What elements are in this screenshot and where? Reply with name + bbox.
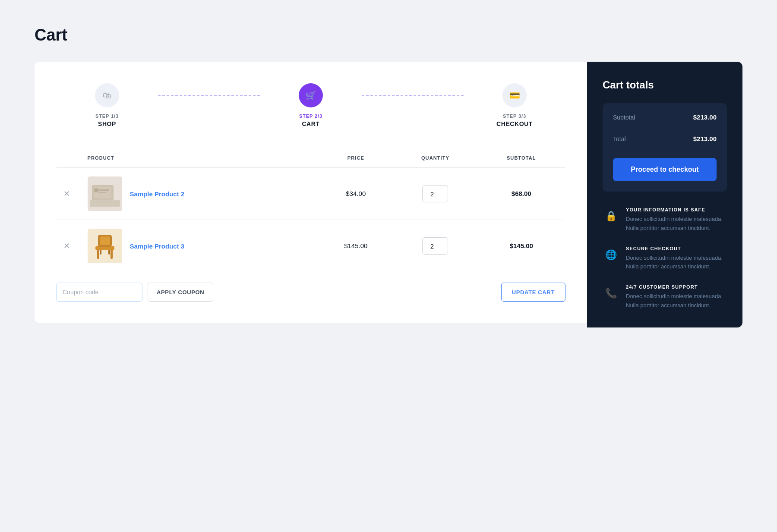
trust-item-safe: 🔒 YOUR INFORMATION IS SAFE Donec sollici… [603,207,727,233]
subtotal-1: $68.00 [512,190,531,197]
step-circle-cart: 🛒 [299,83,323,107]
quantity-input-1[interactable] [422,185,448,202]
step-connector-1 [158,95,260,96]
phone-icon: 📞 [603,285,619,302]
table-row: ✕ [57,220,565,272]
subtotal-cell-2: $145.00 [478,220,565,272]
update-cart-button[interactable]: UPDATE CART [501,283,565,302]
step-label-shop: SHOP [98,120,116,127]
coupon-row: APPLY COUPON UPDATE CART [56,283,565,302]
cart-table: PRODUCT PRICE QUANTITY SUBTOTAL ✕ [56,148,565,272]
price-cell-2: $145.00 [319,220,393,272]
trust-title-secure: SECURE CHECKOUT [626,246,727,251]
trust-content-safe: YOUR INFORMATION IS SAFE Donec sollicitu… [626,207,727,233]
product-cell-1: Sample Product 2 [82,168,319,220]
step-shop: 🛍 STEP 1/3 SHOP [56,83,158,127]
steps-container: 🛍 STEP 1/3 SHOP 🛒 STEP 2/3 CART 💳 ST [56,83,565,127]
remove-button-1[interactable]: ✕ [62,187,72,200]
globe-icon: 🌐 [603,247,619,263]
step-cart: 🛒 STEP 2/3 CART [260,83,362,127]
subtotal-2: $145.00 [510,242,533,249]
product-name-1[interactable]: Sample Product 2 [130,190,185,198]
coupon-left: APPLY COUPON [56,283,213,302]
svg-rect-8 [97,249,99,259]
trust-desc-secure: Donec sollicitudin molestie malesuada. N… [626,254,727,272]
subtotal-cell-1: $68.00 [478,168,565,220]
subtotal-row: Subtotal $213.00 [613,113,717,121]
main-layout: 🛍 STEP 1/3 SHOP 🛒 STEP 2/3 CART 💳 ST [35,62,742,327]
product-image-2 [88,229,122,263]
trust-item-secure: 🌐 SECURE CHECKOUT Donec sollicitudin mol… [603,246,727,272]
qty-cell-1 [393,168,477,220]
price-cell-1: $34.00 [319,168,393,220]
total-label: Total [613,135,626,142]
totals-divider [613,128,717,128]
product-image-1 [88,176,122,211]
svg-rect-14 [100,236,110,245]
trust-desc-safe: Donec sollicitudin molestie malesuada. N… [626,215,727,233]
step-num-checkout: STEP 3/3 [503,113,526,119]
step-num-shop: STEP 1/3 [95,113,119,119]
table-row: ✕ [57,168,565,220]
subtotal-label: Subtotal [613,114,635,121]
step-label-cart: CART [302,120,319,127]
lock-icon: 🔒 [603,208,619,224]
page-title: Cart [35,26,742,44]
trust-title-safe: YOUR INFORMATION IS SAFE [626,207,727,212]
coupon-input[interactable] [56,283,142,302]
trust-content-secure: SECURE CHECKOUT Donec sollicitudin moles… [626,246,727,272]
credit-card-icon: 💳 [509,90,520,101]
checkout-button[interactable]: Proceed to checkout [613,158,717,181]
trust-content-support: 24/7 CUSTOMER SUPPORT Donec sollicitudin… [626,284,727,310]
subtotal-value: $213.00 [693,113,717,121]
cart-totals-title: Cart totals [603,79,727,91]
totals-card: Subtotal $213.00 Total $213.00 Proceed t… [603,103,727,192]
col-subtotal: SUBTOTAL [478,148,565,168]
remove-cell-1: ✕ [57,168,82,220]
step-circle-checkout: 💳 [502,83,527,107]
shop-icon: 🛍 [103,91,111,101]
svg-rect-4 [98,189,109,191]
price-1: $34.00 [346,190,366,197]
svg-rect-6 [90,200,120,207]
svg-rect-9 [111,249,113,259]
step-circle-shop: 🛍 [95,83,119,107]
remove-cell-2: ✕ [57,220,82,272]
qty-cell-2 [393,220,477,272]
apply-coupon-button[interactable]: APPLY COUPON [148,283,213,302]
svg-rect-5 [98,192,106,193]
cart-icon: 🛒 [306,90,316,101]
trust-title-support: 24/7 CUSTOMER SUPPORT [626,284,727,290]
step-checkout: 💳 STEP 3/3 CHECKOUT [464,83,565,127]
total-row: Total $213.00 [613,135,717,142]
trust-item-support: 📞 24/7 CUSTOMER SUPPORT Donec sollicitud… [603,284,727,310]
quantity-input-2[interactable] [422,237,448,255]
product-name-2[interactable]: Sample Product 3 [130,242,185,250]
step-label-checkout: CHECKOUT [496,120,533,127]
col-price: PRICE [319,148,393,168]
total-value: $213.00 [693,135,717,142]
step-connector-2 [362,95,464,96]
remove-button-2[interactable]: ✕ [62,239,72,252]
cart-panel: 🛍 STEP 1/3 SHOP 🛒 STEP 2/3 CART 💳 ST [35,62,587,323]
col-remove [57,148,82,168]
step-num-cart: STEP 2/3 [299,113,322,119]
svg-point-3 [94,188,98,192]
sidebar-panel: Cart totals Subtotal $213.00 Total $213.… [587,62,742,327]
trust-desc-support: Donec sollicitudin molestie malesuada. N… [626,292,727,310]
product-cell-2: Sample Product 3 [82,220,319,272]
col-quantity: QUANTITY [393,148,477,168]
col-product: PRODUCT [82,148,319,168]
trust-items: 🔒 YOUR INFORMATION IS SAFE Donec sollici… [603,207,727,310]
price-2: $145.00 [344,242,367,249]
